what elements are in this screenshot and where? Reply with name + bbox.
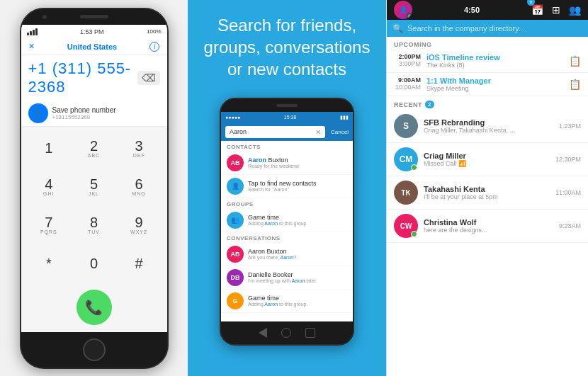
meeting-content-1: iOS Timeline review The Kinks (8) (426, 53, 563, 69)
recent-name-christina: Christina Wolf (424, 218, 553, 227)
key-4[interactable]: 4ghi (27, 168, 72, 205)
recent-item-sfb[interactable]: S SFB Rebranding Criag Miller, Takahashi… (387, 110, 588, 143)
android-status-bar: ●●●●● 15:38 ▮▮▮ (221, 112, 353, 123)
groups-section-label: Groups (221, 198, 353, 209)
group-icon: 👥 (227, 212, 244, 229)
key-6[interactable]: 6mno (117, 168, 162, 205)
recent-avatar-christina: CW (394, 214, 418, 238)
key-9[interactable]: 9wxyz (117, 206, 162, 244)
ios-keypad: 1 2abc 3def 4ghi 5jkl 6mno 7pqrs 8tuv 9w… (21, 127, 167, 285)
iphone-screen: 1:53 PM 100% ✕ United States i +1 (311) … (21, 25, 167, 332)
recent-preview-sfb: Criag Miller, Takahashi Kenta, ... (424, 127, 553, 134)
recent-preview-criag: Missed Call 📶 (424, 160, 550, 167)
search-icon: 🔍 (392, 23, 403, 33)
android-speaker (276, 104, 298, 107)
calendar-add-icon-1[interactable]: 📋 (569, 55, 581, 67)
key-star[interactable]: * (27, 244, 72, 282)
phone-number: +1 (311) 555-2368 (28, 59, 137, 96)
upcoming-section-header: UPCOMING (387, 37, 588, 50)
find-contacts-text: Tap to find new contacts Search for "Aar… (248, 180, 347, 192)
top-bar-icons: 📅 8 ⊞ 👥 (531, 4, 581, 16)
key-7[interactable]: 7pqrs (27, 206, 72, 244)
android-signal-icons: ●●●●● (225, 115, 240, 120)
group-text: Game time Adding Aaron to this group. (248, 214, 347, 226)
save-label: Save phone number (52, 106, 116, 114)
conv-avatar-aaron: AB (227, 246, 244, 263)
find-new-contacts[interactable]: 👤 Tap to find new contacts Search for "A… (221, 175, 353, 198)
meeting-item-2[interactable]: 9:00AM 10:00AM 1:1 With Manager Skype Me… (387, 73, 588, 96)
find-contacts-icon: 👤 (227, 178, 244, 195)
android-search-bar: Aaron ✕ Cancel (221, 123, 353, 141)
conv-item-aaron[interactable]: AB Aaron Buxton Are you there, Aaron? (221, 243, 353, 266)
recent-item-criag[interactable]: CM Criag Miller Missed Call 📶 12:30PM (387, 143, 588, 176)
android-recents-button[interactable] (305, 328, 315, 338)
call-button-row: 📞 (21, 285, 167, 332)
search-input[interactable]: Search in the company directory... (407, 24, 582, 33)
delete-button[interactable]: ⌫ (137, 71, 160, 85)
recent-time-criag: 12:30PM (555, 156, 581, 163)
recent-info-christina: Christina Wolf here are the designs... (424, 218, 553, 234)
calendar-icon[interactable]: 📅 (531, 4, 543, 16)
online-indicator-christina (411, 231, 417, 237)
android-time: 15:38 (284, 115, 297, 120)
country-selector[interactable]: United States (67, 42, 117, 51)
recent-avatar-criag: CM (394, 147, 418, 171)
conv-name-danielle: Danielle Booker (248, 271, 347, 278)
android-back-button[interactable] (259, 328, 267, 338)
recent-item-christina[interactable]: CW Christina Wolf here are the designs..… (387, 210, 588, 243)
key-0[interactable]: 0 (72, 244, 116, 282)
android-screen: ●●●●● 15:38 ▮▮▮ Aaron ✕ Cancel Contacts … (221, 112, 353, 321)
find-contacts-sub: Search for "Aaron" (248, 187, 347, 192)
dialpad-icon[interactable]: ⊞ (552, 4, 560, 16)
skype-top-bar: 👤 4:50 📅 8 ⊞ 👥 (387, 0, 588, 20)
recent-time-sfb: 1:23PM (559, 123, 581, 130)
cancel-label[interactable]: Cancel (331, 129, 349, 135)
user-avatar[interactable]: 👤 (394, 1, 412, 19)
contacts-icon[interactable]: 👥 (569, 4, 581, 16)
conv-status-game: Adding Aaron to this group. (248, 302, 347, 307)
contact-text-aaron: Aaron Buxton Ready for the weekend (248, 156, 347, 169)
recent-name-takahashi: Takahashi Kenta (424, 185, 550, 193)
group-status: Adding Aaron to this group. (248, 221, 347, 226)
recent-item-takahashi[interactable]: TK Takahashi Kenta I'll be at your place… (387, 176, 588, 210)
call-button[interactable]: 📞 (77, 290, 112, 325)
info-icon[interactable]: i (149, 42, 159, 52)
conv-item-danielle[interactable]: DB Danielle Booker I'm meeting up with A… (221, 266, 353, 290)
recent-name-criag: Criag Miller (424, 152, 550, 160)
conv-status-aaron: Are you there, Aaron? (248, 255, 347, 260)
cancel-button[interactable]: ✕ (28, 42, 35, 51)
key-3[interactable]: 3def (117, 130, 162, 167)
key-2[interactable]: 2abc (72, 130, 116, 167)
save-text-block: Save phone number +13115552368 (52, 106, 116, 120)
group-item-game-time[interactable]: 👥 Game time Adding Aaron to this group. (221, 209, 353, 232)
key-5[interactable]: 5jkl (72, 168, 116, 205)
recent-avatar-takahashi: TK (394, 181, 418, 205)
android-device: ●●●●● 15:38 ▮▮▮ Aaron ✕ Cancel Contacts … (220, 98, 354, 346)
android-bottom-bar (221, 321, 353, 344)
save-sub: +13115552368 (52, 114, 116, 120)
iphone-home-button[interactable] (83, 338, 106, 361)
key-1[interactable]: 1 (27, 130, 72, 167)
meeting-title-2: 1:1 With Manager (426, 76, 563, 85)
calendar-add-icon-2[interactable]: 📋 (569, 79, 581, 90)
conv-item-game[interactable]: G Game time Adding Aaron to this group. (221, 290, 353, 313)
left-panel: 1:53 PM 100% ✕ United States i +1 (311) … (0, 0, 188, 376)
key-8[interactable]: 8tuv (72, 206, 116, 244)
ios-dialer-header: ✕ United States i (21, 39, 167, 55)
key-hash[interactable]: # (117, 244, 162, 282)
contact-item-aaron[interactable]: AB Aaron Buxton Ready for the weekend (221, 152, 353, 175)
clear-icon[interactable]: ✕ (315, 128, 321, 136)
conv-status-danielle: I'm meeting up with Aaron later. (248, 278, 347, 283)
contact-status-aaron: Ready for the weekend (248, 164, 347, 169)
android-search-input[interactable]: Aaron ✕ (225, 126, 325, 138)
meeting-sub-2: Skype Meeting (426, 85, 563, 92)
android-home-button[interactable] (281, 328, 291, 338)
ios-time: 1:53 PM (80, 28, 104, 35)
meeting-item-1[interactable]: 2:00PM 3:00PM iOS Timeline review The Ki… (387, 50, 588, 73)
contact-name-aaron: Aaron Buxton (248, 156, 347, 164)
phone-number-display: +1 (311) 555-2368 ⌫ (21, 55, 167, 101)
meeting-title-1: iOS Timeline review (426, 53, 563, 62)
recent-avatar-sfb: S (394, 114, 418, 138)
recent-info-takahashi: Takahashi Kenta I'll be at your place at… (424, 185, 550, 200)
conversations-section-label: Conversations (221, 232, 353, 243)
